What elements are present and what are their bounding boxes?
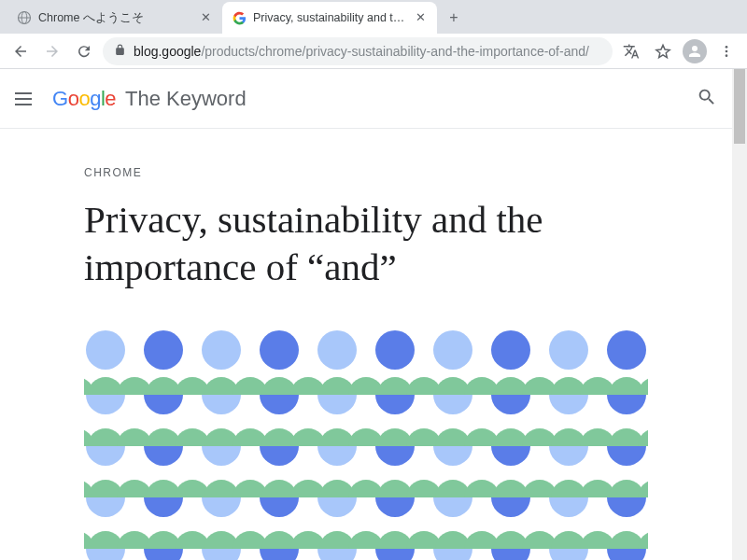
url-text: blog.google/products/chrome/privacy-sust…: [134, 44, 589, 59]
svg-point-8: [726, 49, 728, 52]
hero-illustration: [84, 329, 648, 561]
browser-toolbar: blog.google/products/chrome/privacy-sust…: [0, 34, 747, 69]
tab-close-icon[interactable]: ✕: [198, 10, 213, 25]
tab-title: Privacy, sustainability and the im…: [253, 11, 406, 24]
translate-icon[interactable]: [618, 38, 644, 64]
back-button[interactable]: [7, 38, 34, 64]
svg-point-9: [726, 54, 728, 57]
profile-avatar[interactable]: [682, 38, 708, 64]
scrollbar-thumb[interactable]: [734, 69, 745, 144]
reload-button[interactable]: [71, 38, 97, 64]
tab-close-icon[interactable]: ✕: [413, 10, 428, 25]
bookmark-star-icon[interactable]: [650, 38, 676, 64]
tab-title: Chrome へようこそ: [38, 10, 191, 26]
forward-button[interactable]: [39, 38, 65, 64]
search-icon[interactable]: [697, 87, 717, 111]
lock-icon: [114, 44, 126, 59]
address-bar[interactable]: blog.google/products/chrome/privacy-sust…: [103, 37, 613, 65]
globe-icon: [17, 10, 32, 25]
browser-tab-inactive[interactable]: Chrome へようこそ ✕: [7, 2, 222, 34]
google-g-icon: [232, 10, 247, 25]
browser-tab-active[interactable]: Privacy, sustainability and the im… ✕: [222, 2, 437, 34]
article-headline: Privacy, sustainability and the importan…: [84, 196, 648, 292]
tab-strip: Chrome へようこそ ✕ Privacy, sustainability a…: [0, 0, 747, 34]
kebab-menu-icon[interactable]: [713, 38, 740, 64]
vertical-scrollbar[interactable]: [732, 69, 747, 560]
google-logo[interactable]: Google: [52, 87, 116, 111]
article-category[interactable]: CHROME: [84, 166, 648, 179]
new-tab-button[interactable]: +: [441, 5, 467, 31]
hamburger-menu-icon[interactable]: [15, 88, 37, 110]
site-header: Google The Keyword: [0, 69, 732, 129]
site-name[interactable]: The Keyword: [125, 87, 247, 111]
svg-point-7: [726, 46, 728, 49]
page-content: Google The Keyword CHROME Privacy, susta…: [0, 69, 732, 560]
article: CHROME Privacy, sustainability and the i…: [0, 129, 732, 560]
